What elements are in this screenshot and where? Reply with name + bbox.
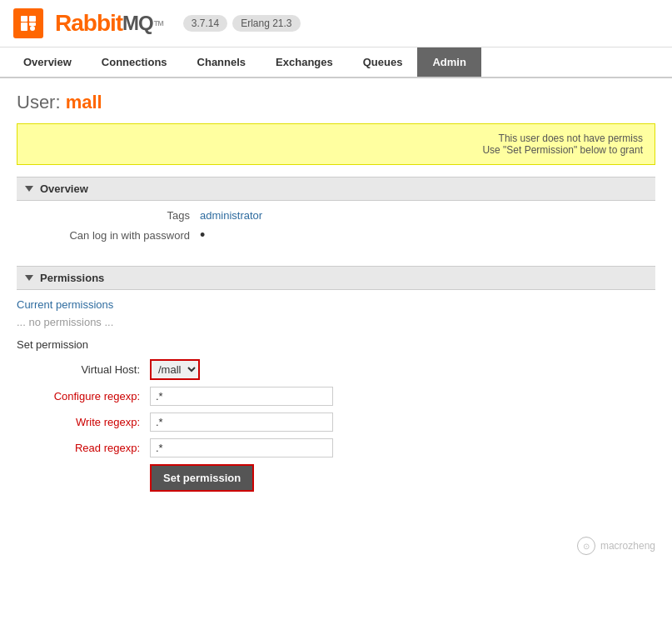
header: RabbitMQTM 3.7.14 Erlang 21.3 [0,0,672,48]
write-regexp-input[interactable] [150,412,333,432]
version-badge: 3.7.14 [183,15,227,32]
current-permissions-link[interactable]: Current permissions [17,298,655,311]
logo-mq-text: MQ [122,12,153,35]
nav-admin[interactable]: Admin [417,48,480,77]
logo-tm-text: TM [154,19,163,28]
no-permissions-text: ... no permissions ... [17,316,655,328]
svg-rect-0 [21,22,27,31]
read-regexp-label: Read regexp: [17,442,150,454]
permissions-section: Permissions Current permissions ... no p… [17,266,655,507]
overview-table: Tags administrator Can log in with passw… [17,201,655,258]
permissions-content: Current permissions ... no permissions .… [17,290,655,507]
svg-rect-1 [21,16,27,22]
logo-area: RabbitMQTM 3.7.14 Erlang 21.3 [13,8,301,38]
page-content: User: mall This user does not have permi… [0,78,672,528]
logo-rabbit-text: Rabbit [55,10,122,37]
logo-icon [13,8,43,38]
write-regexp-label: Write regexp: [17,416,150,428]
tags-label: Tags [17,209,200,222]
logo-brand: RabbitMQTM [55,10,163,37]
read-regexp-row: Read regexp: [17,438,655,458]
svg-point-4 [30,26,35,31]
overview-collapse-icon [25,186,33,192]
erlang-badge: Erlang 21.3 [232,15,300,32]
can-log-in-value: • [200,227,205,244]
permissions-section-header[interactable]: Permissions [17,267,655,290]
write-regexp-row: Write regexp: [17,412,655,432]
watermark-icon: ⊙ [577,537,595,555]
can-log-in-row: Can log in with password • [17,227,655,244]
page-title: User: mall [17,92,655,113]
set-permission-button[interactable]: Set permission [150,464,254,492]
warning-box: This user does not have permiss Use "Set… [17,123,655,165]
nav-queues[interactable]: Queues [348,48,418,77]
set-permission-title: Set permission [17,338,655,351]
main-nav: Overview Connections Channels Exchanges … [0,48,672,78]
tags-value: administrator [200,209,262,222]
nav-channels[interactable]: Channels [182,48,261,77]
watermark: ⊙ macrozheng [577,537,655,555]
nav-connections[interactable]: Connections [87,48,182,77]
page-title-user: mall [66,92,102,112]
nav-overview[interactable]: Overview [8,48,87,77]
tags-row: Tags administrator [17,209,655,222]
svg-rect-3 [29,22,36,26]
overview-section-label: Overview [40,182,88,195]
version-badges: 3.7.14 Erlang 21.3 [183,15,301,32]
permissions-collapse-icon [25,275,33,281]
page-title-prefix: User: [17,92,66,112]
can-log-in-label: Can log in with password [17,229,200,242]
overview-section: Overview Tags administrator Can log in w… [17,177,655,258]
virtual-host-select[interactable]: /mall / test [150,359,200,380]
footer: ⊙ macrozheng [0,528,672,563]
virtual-host-label: Virtual Host: [17,363,150,376]
configure-regexp-label: Configure regexp: [17,390,150,402]
configure-regexp-row: Configure regexp: [17,387,655,406]
warning-line2: Use "Set Permission" below to grant [29,144,643,156]
configure-regexp-input[interactable] [150,387,333,406]
watermark-text: macrozheng [600,540,655,552]
read-regexp-input[interactable] [150,438,333,458]
permissions-section-label: Permissions [40,272,104,284]
nav-exchanges[interactable]: Exchanges [261,48,348,77]
svg-rect-2 [29,16,36,22]
warning-line1: This user does not have permiss [29,132,643,144]
overview-section-header[interactable]: Overview [17,178,655,201]
virtual-host-row: Virtual Host: /mall / test [17,359,655,380]
set-permission-button-row: Set permission [17,464,655,492]
